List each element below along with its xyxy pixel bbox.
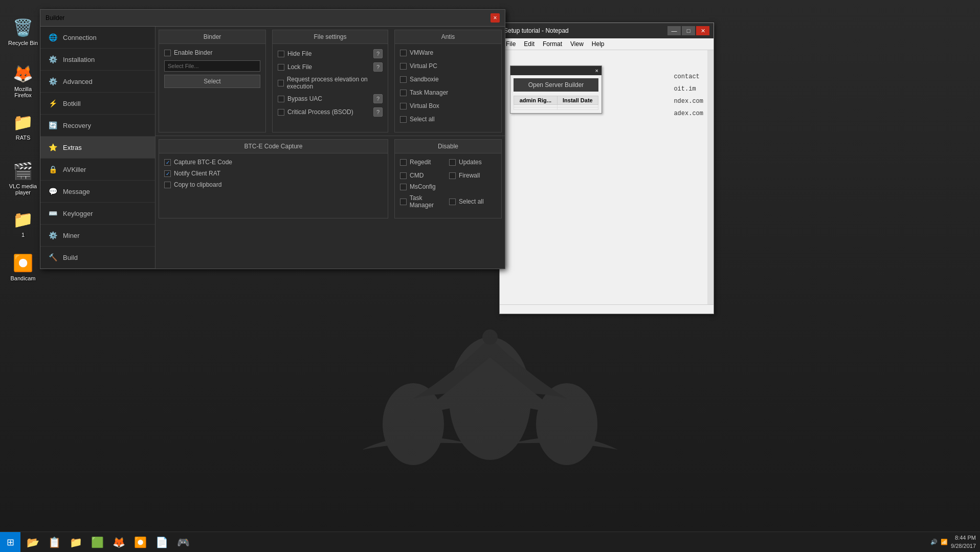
select-all-antis-label: Select all	[410, 116, 435, 123]
sidebar-item-avkiller[interactable]: 🔒 AVKiller	[40, 159, 155, 181]
builder-main: Binder Enable Binder Select File set	[155, 27, 505, 269]
notepad-maximize-button[interactable]: □	[682, 26, 695, 35]
notify-client-checkbox[interactable]: ✓	[164, 170, 171, 177]
desktop-icon-rats[interactable]: 📁 RATS	[5, 110, 41, 143]
taskbar-item-green-app[interactable]: 🟩	[87, 533, 107, 551]
file-settings-body: Hide File ? Lock File ?	[273, 44, 388, 126]
enable-binder-checkbox[interactable]	[164, 50, 171, 56]
virtual-pc-checkbox[interactable]	[400, 63, 407, 70]
msconfig-checkbox[interactable]	[400, 184, 407, 190]
virtual-pc-row: Virtual PC	[400, 62, 496, 70]
enable-binder-row: Enable Binder	[164, 49, 260, 56]
notepad-menu-view[interactable]: View	[566, 39, 588, 49]
sandboxie-checkbox[interactable]	[400, 76, 407, 83]
taskbar-item-files[interactable]: 📄	[151, 533, 172, 551]
desktop-icon-recycle-bin[interactable]: 🗑️ Recycle Bin	[5, 15, 41, 48]
advanced-icon: ⚙️	[48, 76, 58, 86]
notepad-title: Setup tutorial - Notepad	[504, 27, 569, 34]
select-all-antis-checkbox[interactable]	[400, 116, 407, 123]
table-header-admin: admin Rig...	[514, 96, 558, 105]
message-icon: 💬	[48, 186, 58, 196]
build-icon: 🔨	[48, 252, 58, 262]
notepad-menu-edit[interactable]: Edit	[520, 39, 539, 49]
firewall-checkbox[interactable]	[449, 172, 456, 179]
sidebar-item-extras[interactable]: ⭐ Extras	[40, 137, 155, 159]
taskbar: ⊞ 📂 📋 📁 🟩 🦊 ⏺️ 📄 🎮 🔊 📶 8:44 PM 9/28/2017	[0, 532, 980, 552]
select-button[interactable]: Select	[164, 75, 260, 88]
select-file-input[interactable]	[164, 60, 260, 72]
hide-file-help[interactable]: ?	[373, 49, 383, 58]
elevation-checkbox[interactable]	[278, 80, 284, 86]
desktop-icon-folder1[interactable]: 📁 1	[5, 207, 41, 240]
bandicam-icon: ⏺️	[13, 253, 33, 273]
desktop-icon-vlc[interactable]: 🎬 VLC media player	[5, 159, 41, 197]
table-row	[514, 107, 598, 110]
task-manager-checkbox[interactable]	[400, 90, 407, 96]
critical-process-checkbox[interactable]	[278, 109, 284, 116]
firewall-row: Firewall	[449, 172, 496, 179]
sidebar-label-miner: Miner	[63, 232, 80, 239]
builder-close-button[interactable]: ×	[491, 13, 500, 23]
capture-btce-label: Capture BTC-E Code	[174, 159, 232, 166]
notepad-minimize-button[interactable]: —	[667, 26, 681, 35]
sidebar-item-build[interactable]: 🔨 Build	[40, 247, 155, 269]
notepad-text-contact: contact	[674, 71, 703, 83]
vlc-icon: 🎬	[13, 161, 33, 181]
start-button[interactable]: ⊞	[0, 532, 20, 553]
folder1-icon: 📁	[13, 209, 33, 230]
taskbar-item-file-explorer[interactable]: 📂	[23, 533, 43, 551]
hide-file-checkbox[interactable]	[278, 51, 284, 57]
critical-process-row: Critical Process (BSOD) ?	[278, 107, 383, 117]
botkill-icon: ⚡	[48, 98, 58, 108]
vlc-label: VLC media player	[7, 183, 39, 195]
vmware-checkbox[interactable]	[400, 50, 407, 56]
notepad-window: Setup tutorial - Notepad — □ ✕ File Edit…	[499, 23, 714, 314]
notepad-close-button[interactable]: ✕	[696, 26, 709, 35]
notepad-menu-help[interactable]: Help	[588, 39, 609, 49]
antis-section: Antis VMWare Virtual PC	[394, 30, 502, 133]
binder-section: Binder Enable Binder Select	[159, 30, 266, 133]
notepad-menu-format[interactable]: Format	[539, 39, 566, 49]
copy-clipboard-checkbox[interactable]	[164, 182, 171, 188]
updates-row: Updates	[449, 159, 496, 166]
lock-file-help[interactable]: ?	[373, 62, 383, 72]
sidebar-item-connection[interactable]: 🌐 Connection	[40, 27, 155, 49]
sidebar-item-advanced[interactable]: ⚙️ Advanced	[40, 71, 155, 93]
taskbar-item-record[interactable]: ⏺️	[130, 533, 150, 551]
disable-grid-2: Task Manager Select all	[400, 194, 496, 213]
sidebar-item-installation[interactable]: ⚙️ Installation	[40, 49, 155, 71]
taskbar-item-app2[interactable]: 🎮	[173, 533, 193, 551]
open-server-builder-button[interactable]: Open Server Builder	[514, 78, 598, 92]
regedit-checkbox[interactable]	[400, 159, 407, 166]
rats-icon: 📁	[13, 112, 33, 133]
notepad-dialog-close[interactable]: ×	[595, 68, 598, 74]
cmd-checkbox[interactable]	[400, 172, 407, 179]
task-manager-disable-checkbox[interactable]	[400, 198, 407, 205]
virtual-box-checkbox[interactable]	[400, 103, 407, 109]
regedit-label: Regedit	[410, 159, 431, 166]
taskbar-item-task-manager[interactable]: 📋	[44, 533, 64, 551]
sidebar-item-keylogger[interactable]: ⌨️ Keylogger	[40, 203, 155, 225]
sidebar-item-botkill[interactable]: ⚡ Botkill	[40, 93, 155, 115]
notepad-scrollbar[interactable]	[707, 50, 714, 304]
select-all-disable-checkbox[interactable]	[449, 198, 456, 205]
bypass-uac-help[interactable]: ?	[373, 94, 383, 103]
vmware-row: VMWare	[400, 49, 496, 56]
desktop-icon-bandicam[interactable]: ⏺️ Bandicam	[5, 251, 41, 283]
lock-file-checkbox[interactable]	[278, 64, 284, 71]
sidebar-item-recovery[interactable]: 🔄 Recovery	[40, 115, 155, 137]
sidebar-label-extras: Extras	[63, 144, 82, 151]
avkiller-icon: 🔒	[48, 164, 58, 174]
disable-body: Regedit Updates CMD	[395, 153, 501, 218]
updates-checkbox[interactable]	[449, 159, 456, 166]
taskbar-item-firefox[interactable]: 🦊	[108, 533, 129, 551]
sidebar-item-message[interactable]: 💬 Message	[40, 181, 155, 203]
critical-process-help[interactable]: ?	[373, 107, 383, 117]
bypass-uac-checkbox[interactable]	[278, 96, 284, 102]
desktop-ornament	[311, 296, 669, 501]
desktop-icon-firefox[interactable]: 🦊 Mozilla Firefox	[5, 61, 41, 100]
sidebar-item-miner[interactable]: ⚙️ Miner	[40, 225, 155, 247]
capture-btce-checkbox[interactable]: ✓	[164, 159, 171, 166]
builder-sidebar: 🌐 Connection ⚙️ Installation ⚙️ Advanced…	[40, 27, 155, 269]
taskbar-item-folder[interactable]: 📁	[65, 533, 86, 551]
